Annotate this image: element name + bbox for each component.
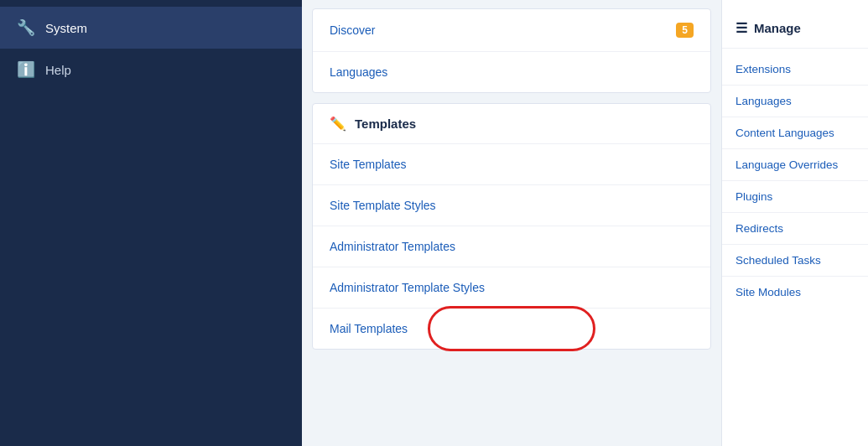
manage-languages[interactable]: Languages: [722, 86, 868, 117]
mail-templates-row: Mail Templates: [313, 309, 710, 349]
site-templates-row: Site Templates: [313, 144, 710, 185]
manage-header: ☰ Manage: [722, 12, 868, 49]
manage-content-languages[interactable]: Content Languages: [722, 117, 868, 149]
discover-row: Discover 5: [313, 9, 710, 52]
templates-title: Templates: [355, 117, 416, 131]
admin-template-styles-row: Administrator Template Styles: [313, 267, 710, 309]
manage-language-overrides[interactable]: Language Overrides: [722, 149, 868, 181]
templates-card: ✏️ Templates Site Templates Site Templat…: [312, 103, 711, 350]
manage-extensions[interactable]: Extensions: [722, 54, 868, 86]
languages-link[interactable]: Languages: [330, 65, 387, 79]
admin-templates-row: Administrator Templates: [313, 226, 710, 267]
highlight-circle: [428, 306, 595, 351]
info-icon: ℹ️: [17, 60, 35, 79]
manage-redirects[interactable]: Redirects: [722, 213, 868, 245]
sidebar-item-help[interactable]: ℹ️ Help: [0, 49, 302, 91]
site-template-styles-row: Site Template Styles: [313, 185, 710, 226]
list-icon: ☰: [735, 20, 747, 36]
sidebar: 🔧 System ℹ️ Help: [0, 0, 302, 446]
main-content: Discover 5 Languages ✏️ Templates Site T…: [302, 0, 868, 446]
manage-site-modules[interactable]: Site Modules: [722, 277, 868, 308]
sidebar-label-help: Help: [45, 63, 71, 77]
admin-templates-link[interactable]: Administrator Templates: [330, 240, 455, 253]
mail-templates-link[interactable]: Mail Templates: [330, 322, 408, 335]
site-templates-link[interactable]: Site Templates: [330, 158, 407, 171]
templates-header: ✏️ Templates: [313, 104, 710, 144]
manage-plugins[interactable]: Plugins: [722, 181, 868, 213]
sidebar-item-system[interactable]: 🔧 System: [0, 7, 302, 49]
manage-column: ☰ Manage Extensions Languages Content La…: [721, 0, 868, 446]
admin-template-styles-link[interactable]: Administrator Template Styles: [330, 281, 485, 294]
manage-scheduled-tasks[interactable]: Scheduled Tasks: [722, 245, 868, 277]
site-template-styles-link[interactable]: Site Template Styles: [330, 199, 436, 212]
discover-card: Discover 5 Languages: [312, 8, 711, 93]
wrench-icon: 🔧: [17, 18, 35, 37]
sidebar-label-system: System: [45, 21, 87, 35]
brush-icon: ✏️: [330, 116, 346, 132]
manage-title: Manage: [754, 21, 801, 35]
languages-row: Languages: [313, 52, 710, 92]
middle-column: Discover 5 Languages ✏️ Templates Site T…: [302, 0, 721, 446]
discover-badge: 5: [676, 23, 694, 38]
discover-link[interactable]: Discover: [330, 23, 375, 37]
